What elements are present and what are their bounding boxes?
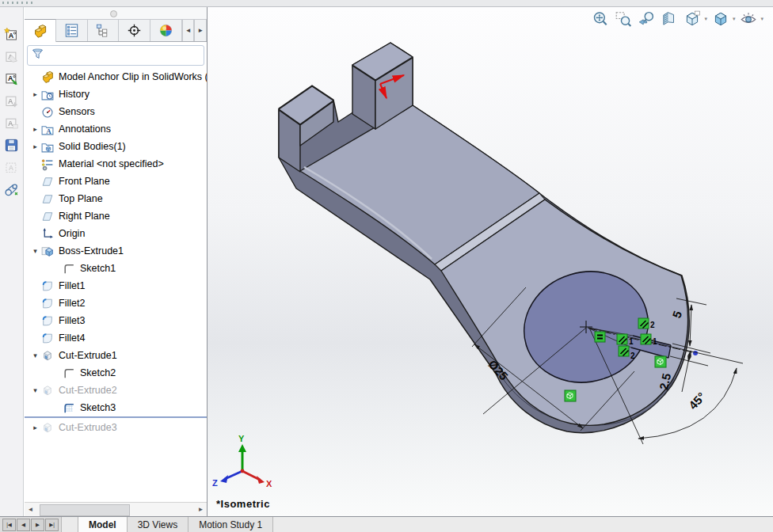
- expander-collapsed-icon[interactable]: ▸: [30, 424, 40, 431]
- model-body[interactable]: [279, 43, 689, 433]
- expander-collapsed-icon[interactable]: ▸: [30, 125, 40, 133]
- scrollbar-track[interactable]: [36, 504, 195, 515]
- belt-chain-icon[interactable]: [2, 180, 21, 199]
- tree-item-sketch3[interactable]: Sketch3: [25, 399, 207, 416]
- relation-equal-icon[interactable]: [595, 332, 605, 342]
- featuremanager-panel: ◄► Model Anchor Clip in SolidWorks (De ▸…: [25, 7, 208, 516]
- tree-root-item[interactable]: Model Anchor Clip in SolidWorks (De: [25, 68, 207, 86]
- tab-featuremanager-design-tree[interactable]: [25, 19, 56, 42]
- dimension-angle[interactable]: 45°: [686, 390, 708, 412]
- tab-3d-views[interactable]: 3D Views: [128, 517, 188, 532]
- slot-width-dim-line[interactable]: [688, 351, 691, 362]
- tree-item-sketch1[interactable]: Sketch1: [25, 260, 207, 277]
- tab-model[interactable]: Model: [78, 517, 128, 532]
- hide-show-items-dropdown-icon[interactable]: ▾: [760, 16, 763, 22]
- annotation-insert-icon[interactable]: A: [2, 69, 21, 88]
- tab-scroll-right[interactable]: ►: [194, 19, 207, 41]
- tree-item-material-not-specified-[interactable]: Material <not specified>: [25, 155, 207, 173]
- annotation-group-icon[interactable]: A: [2, 113, 21, 132]
- rollback-bar[interactable]: [25, 416, 207, 418]
- tree-item-sensors[interactable]: Sensors: [25, 103, 207, 120]
- annotation-add-icon[interactable]: A: [2, 91, 21, 110]
- zoom-to-fit-icon[interactable]: [591, 10, 610, 28]
- nav-first-button[interactable]: |◀: [2, 519, 16, 531]
- tree-filter-box[interactable]: [27, 45, 204, 66]
- panel-grip[interactable]: [25, 7, 207, 19]
- hide-show-items-icon[interactable]: [739, 10, 758, 28]
- tab-scroll-left[interactable]: ◄: [182, 19, 195, 41]
- tree-item-annotations[interactable]: ▸AAnnotations: [25, 120, 207, 138]
- relation-on-face-icon[interactable]: [565, 390, 576, 401]
- expander-expanded-icon[interactable]: ▾: [30, 247, 40, 255]
- section-view-icon[interactable]: [660, 10, 679, 28]
- view-orientation-icon[interactable]: [683, 10, 702, 28]
- offset-dim-line[interactable]: [690, 305, 691, 346]
- tree-item-history[interactable]: ▸History: [25, 86, 207, 103]
- tree-horizontal-scrollbar[interactable]: ◄ ►: [25, 502, 207, 516]
- tree-item-label: Material <not specified>: [59, 158, 164, 169]
- cut-extrude-icon: [40, 349, 55, 363]
- relation-parallel-icon[interactable]: [617, 334, 627, 344]
- annotation-edit-icon[interactable]: A: [2, 47, 21, 66]
- annotation-hidden-icon[interactable]: A: [2, 158, 21, 177]
- tree-item-fillet2[interactable]: Fillet2: [25, 294, 207, 312]
- docked-toolbar-strip: [0, 0, 773, 7]
- expander-collapsed-icon[interactable]: ▸: [30, 90, 40, 98]
- tree-item-label: Sensors: [59, 106, 95, 117]
- tree-item-fillet1[interactable]: Fillet1: [25, 277, 207, 294]
- tree-item-label: Origin: [59, 228, 85, 239]
- scroll-left-icon[interactable]: ◄: [25, 506, 36, 513]
- tab-propertymanager[interactable]: [56, 19, 88, 41]
- display-style-icon[interactable]: [711, 10, 730, 28]
- zoom-to-area-icon[interactable]: [614, 10, 633, 28]
- expander-expanded-icon[interactable]: ▾: [30, 352, 40, 359]
- tree-item-label: Sketch3: [80, 402, 116, 413]
- model-canvas[interactable]: Ø25 5 2.5 45°: [208, 7, 773, 516]
- scroll-right-icon[interactable]: ►: [195, 506, 207, 513]
- tab-configurationmanager[interactable]: [88, 19, 120, 41]
- previous-view-icon[interactable]: [637, 10, 656, 28]
- nav-previous-button[interactable]: ◀: [17, 519, 30, 531]
- relation-parallel-icon[interactable]: [641, 334, 651, 344]
- annotation-new-icon[interactable]: A: [2, 25, 21, 44]
- tree-item-cut-extrude1[interactable]: ▾Cut-Extrude1: [25, 347, 207, 364]
- tree-item-solid-bodies-1-[interactable]: ▸Solid Bodies(1): [25, 138, 207, 155]
- tab-displaymanager[interactable]: [150, 19, 182, 41]
- scrollbar-thumb[interactable]: [40, 504, 130, 516]
- expander-expanded-icon[interactable]: ▾: [30, 386, 40, 394]
- tree-item-sketch2[interactable]: Sketch2: [25, 364, 207, 382]
- relation-parallel-icon[interactable]: [638, 318, 649, 329]
- tree-item-label: Sketch2: [80, 367, 116, 378]
- graphics-viewport[interactable]: ▾▾▾: [208, 7, 773, 516]
- tab-motion-study-1[interactable]: Motion Study 1: [188, 517, 273, 532]
- svg-text:A: A: [46, 127, 51, 135]
- tree-item-right-plane[interactable]: Right Plane: [25, 207, 207, 225]
- tab-dimxpertmanager[interactable]: [119, 19, 150, 41]
- tree-item-front-plane[interactable]: Front Plane: [25, 173, 207, 190]
- tree-item-cut-extrude3[interactable]: ▸Cut-Extrude3: [25, 419, 207, 436]
- view-orientation-dropdown-icon[interactable]: ▾: [704, 16, 707, 22]
- plane-icon: [40, 192, 55, 206]
- relation-on-face-icon[interactable]: [655, 356, 666, 367]
- dimension-slot-width[interactable]: 2.5: [657, 372, 673, 391]
- relation-parallel-icon[interactable]: [619, 346, 629, 356]
- tree-item-origin[interactable]: Origin: [25, 225, 207, 242]
- heads-up-view-toolbar: ▾▾▾: [591, 10, 763, 28]
- tree-item-fillet4[interactable]: Fillet4: [25, 329, 207, 347]
- display-style-dropdown-icon[interactable]: ▾: [733, 16, 736, 22]
- slot-width-leader: [682, 362, 688, 392]
- nav-next-button[interactable]: ▶: [31, 519, 44, 531]
- nav-last-button[interactable]: ▶|: [45, 519, 59, 531]
- tree-item-top-plane[interactable]: Top Plane: [25, 190, 207, 207]
- solid-bodies-icon: [40, 140, 55, 154]
- save-tables-icon[interactable]: [2, 135, 21, 154]
- tree-item-label: Fillet2: [59, 298, 85, 309]
- tree-item-cut-extrude2[interactable]: ▾Cut-Extrude2: [25, 382, 207, 399]
- history-icon: [40, 88, 55, 101]
- tree-item-label: Cut-Extrude2: [59, 385, 117, 396]
- origin-icon: [40, 227, 55, 241]
- relation-label: 2: [650, 321, 655, 329]
- tree-item-boss-extrude1[interactable]: ▾Boss-Extrude1: [25, 242, 207, 260]
- expander-collapsed-icon[interactable]: ▸: [30, 142, 40, 150]
- tree-item-fillet3[interactable]: Fillet3: [25, 312, 207, 329]
